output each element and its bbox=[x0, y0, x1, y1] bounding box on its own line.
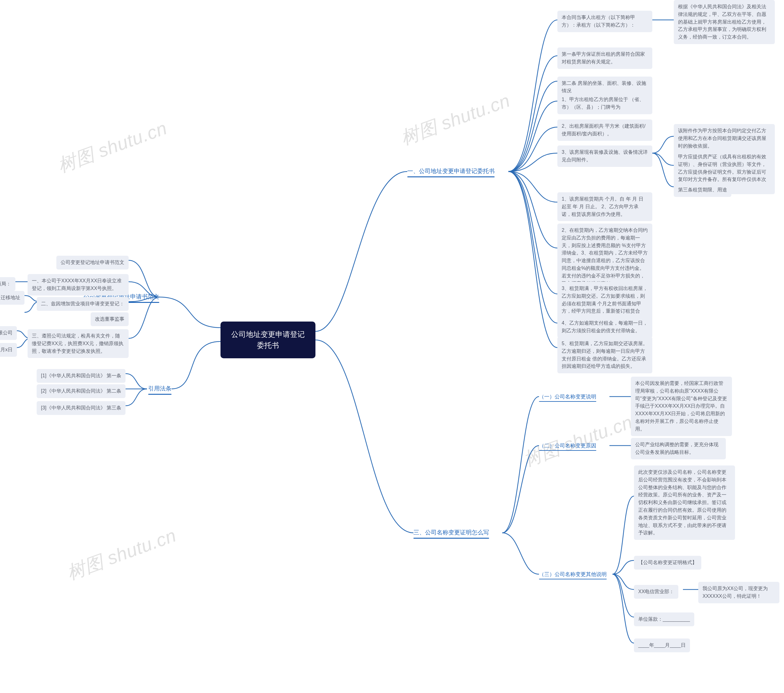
laws-1: [1]《中华人民共和国合同法》 第一条 bbox=[37, 369, 125, 383]
b3-s2: （二）公司名称变更原因 bbox=[539, 442, 596, 452]
b1-c11: 5、租赁期满，乙方应如期交还该房屋。乙方逾期归还，则每逾期一日应向甲方支付原日租… bbox=[557, 337, 652, 373]
center-text: 公司地址变更申请登记委托书 bbox=[231, 330, 305, 349]
b1-c5: 2、出租房屋面积共 平方米（建筑面积/使用面积/套内面积）。 bbox=[557, 119, 652, 141]
b3-s3d: 单位落款：__________ bbox=[634, 612, 694, 626]
b1-c10: 4、乙方如逾期支付租金，每逾期一日，则乙方须按日租金的倍支付滞纳金。 bbox=[557, 316, 652, 338]
b3-s3b: 【公司名称变更证明格式】 bbox=[634, 556, 701, 570]
b1-c8: 2、在租赁期内，乙方逾期交纳本合同约定应由乙方负担的费用的，每逾期一天，则应按上… bbox=[557, 224, 652, 290]
b3-s1a: 本公司因发展的需要，经国家工商行政管理局审核，公司名称由原"XXXX有限公司"变… bbox=[631, 377, 732, 436]
center-topic: 公司地址变更申请登记委托书 bbox=[221, 321, 315, 358]
b2-c1: 一、本公司于XXXX年XX月XX日奉设立准登记，领到工商局设新字第XX号执照。 bbox=[28, 274, 128, 296]
b1-c6c: 第三条租赁期限、用途 bbox=[674, 183, 731, 197]
laws-3: [3]《中华人民共和国合同法》 第三条 bbox=[37, 401, 125, 415]
b2-c3b: 时间：20xx年x月x日 bbox=[0, 343, 17, 357]
b2-c3a: 申请人：XXX股份有限公司 bbox=[0, 326, 17, 340]
b3-s1: （一）公司名称变更说明 bbox=[539, 393, 596, 403]
b2-c2a: 迁移地址 bbox=[0, 291, 25, 305]
branch-3: 三、公司名称变更证明怎么写 bbox=[413, 528, 489, 540]
b1-c6a: 该附件作为甲方按照本合同约定交付乙方使用和乙方在本合同租赁期满交还该房屋时的验收… bbox=[674, 124, 775, 153]
b2-c3: 三、遵照公司法规定，检具有关文件，随缴登记费XX元，执照费XX元，撤销原领执照，… bbox=[28, 329, 128, 358]
branch-1: 一、公司地址变更申请登记委托书 bbox=[407, 167, 494, 179]
branch-laws: 引用法条 bbox=[148, 384, 171, 396]
branch-3-label: 三、公司名称变更证明怎么写 bbox=[413, 529, 489, 536]
b3-s3: （三）公司名称变更其他说明 bbox=[539, 571, 607, 580]
b3-s3c: XX电信营业部： bbox=[634, 585, 679, 599]
branch-1-label: 一、公司地址变更申请登记委托书 bbox=[407, 168, 494, 174]
b2-c1a: XXXX工商局： bbox=[0, 277, 15, 291]
b1-c7: 1、该房屋租赁期共 个月。自 年 月 日起至 年 月 日止。 2、乙方向甲方承诺… bbox=[557, 192, 652, 221]
b1-c4: 1、甲方出租给乙方的房屋位于 （省、市）（区、县）；门牌号为 bbox=[557, 93, 652, 114]
laws-2: [2]《中华人民共和国合同法》 第二条 bbox=[37, 384, 125, 398]
b1-c2: 第一条甲方保证所出租的房屋符合国家对租赁房屋的有关规定。 bbox=[557, 48, 652, 69]
b3-s2a: 公司产业结构调整的需要，更充分体现公司业务发展的战略目标。 bbox=[631, 438, 726, 459]
b2-c0: 公司变更登记地址申请书范文 bbox=[56, 256, 128, 270]
b3-s3a: 此次变更仅涉及公司名称，公司名称变更后公司经营范围没有改变，不会影响到本公司整体… bbox=[634, 466, 735, 540]
b3-s3e: ____年____月____日 bbox=[634, 639, 690, 652]
b2-c2b: 改选董事监事 bbox=[91, 312, 128, 326]
laws-label: 引用法条 bbox=[148, 385, 171, 392]
b2-c2: 二、兹因增加营业项目申请变更登记： bbox=[37, 297, 128, 311]
b3-s3c1: 我公司原为XX公司，现变更为XXXXXX公司，特此证明！ bbox=[698, 582, 779, 603]
b1-c6: 3、该房屋现有装修及设施、设备情况详见合同附件。 bbox=[557, 145, 652, 167]
b1-c1a: 根据《中华人民共和国合同法》及相关法律法规的规定，甲、乙双方在平等、自愿的基础上… bbox=[674, 0, 775, 44]
b1-c1: 本合同当事人出租方（以下简称甲方）：承租方（以下简称乙方）： bbox=[557, 11, 652, 32]
